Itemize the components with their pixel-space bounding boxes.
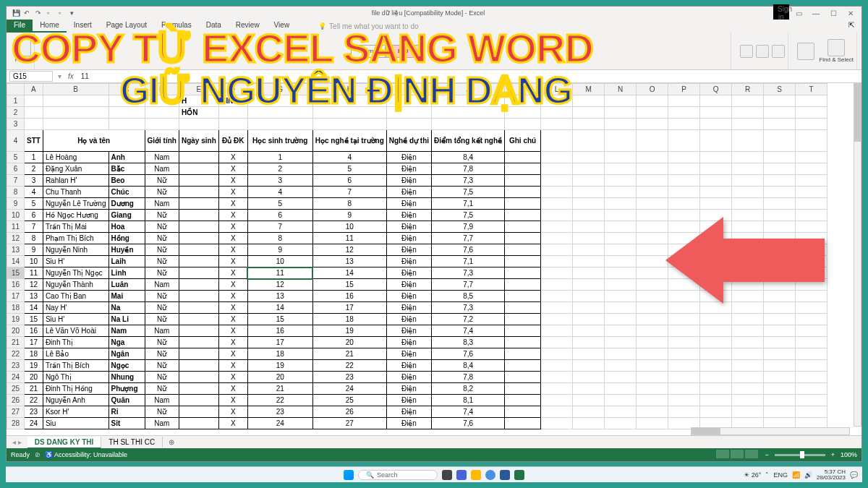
- data-cell[interactable]: 16: [312, 291, 386, 302]
- data-cell[interactable]: X: [218, 163, 247, 175]
- cell[interactable]: [605, 221, 637, 233]
- cell[interactable]: [764, 291, 796, 302]
- cell[interactable]: [637, 267, 668, 279]
- cell[interactable]: [573, 107, 605, 119]
- cell[interactable]: [796, 291, 827, 302]
- cell[interactable]: [541, 221, 573, 233]
- cell[interactable]: [605, 119, 637, 130]
- col-header[interactable]: Q: [700, 84, 732, 95]
- cell[interactable]: [637, 348, 668, 360]
- data-cell[interactable]: 4: [312, 152, 386, 163]
- cell[interactable]: [796, 267, 827, 279]
- cell[interactable]: [764, 267, 796, 279]
- data-cell[interactable]: 20: [312, 337, 386, 348]
- name-box[interactable]: G15: [9, 71, 53, 82]
- cell[interactable]: [700, 267, 732, 279]
- cell[interactable]: [732, 130, 764, 152]
- data-cell[interactable]: [505, 210, 541, 221]
- notification-icon[interactable]: 💬: [850, 471, 858, 479]
- cell[interactable]: [432, 95, 505, 107]
- cell[interactable]: [700, 244, 732, 256]
- data-cell[interactable]: Nữ: [145, 406, 179, 418]
- data-cell[interactable]: 7,6: [432, 418, 505, 429]
- data-cell[interactable]: 3: [25, 175, 43, 187]
- data-cell[interactable]: 18: [247, 348, 312, 360]
- data-cell[interactable]: 6: [25, 210, 43, 221]
- data-cell[interactable]: 25: [312, 395, 386, 406]
- cell[interactable]: [109, 119, 145, 130]
- data-cell[interactable]: 13: [25, 291, 43, 302]
- data-cell[interactable]: Điện: [386, 325, 431, 337]
- data-cell[interactable]: Nga: [109, 337, 145, 348]
- cell[interactable]: [732, 187, 764, 198]
- data-cell[interactable]: 1: [25, 152, 43, 163]
- tell-me-search[interactable]: Tell me what you want to do: [318, 20, 418, 33]
- cell[interactable]: [764, 372, 796, 383]
- row-header[interactable]: 10: [7, 210, 25, 221]
- cell[interactable]: [764, 360, 796, 372]
- cell[interactable]: [605, 360, 637, 372]
- fx-icon[interactable]: fx: [64, 72, 78, 80]
- cell[interactable]: [605, 406, 637, 418]
- data-cell[interactable]: Giang: [109, 210, 145, 221]
- cell[interactable]: [541, 406, 573, 418]
- cell[interactable]: [145, 95, 179, 107]
- data-cell[interactable]: Beo: [109, 175, 145, 187]
- data-cell[interactable]: X: [218, 198, 247, 210]
- cell[interactable]: [732, 348, 764, 360]
- row-header[interactable]: 23: [7, 360, 25, 372]
- cell[interactable]: [700, 130, 732, 152]
- cell[interactable]: [796, 95, 827, 107]
- row-header[interactable]: 21: [7, 337, 25, 348]
- data-cell[interactable]: Nam: [145, 152, 179, 163]
- data-cell[interactable]: [179, 302, 218, 314]
- cell[interactable]: [573, 130, 605, 152]
- data-cell[interactable]: Nữ: [145, 360, 179, 372]
- cell[interactable]: [541, 244, 573, 256]
- data-cell[interactable]: [505, 291, 541, 302]
- cell[interactable]: [796, 233, 827, 244]
- data-cell[interactable]: 15: [25, 314, 43, 325]
- qat-icon[interactable]: ▫: [47, 9, 54, 17]
- data-cell[interactable]: [505, 418, 541, 429]
- col-header[interactable]: C: [109, 84, 145, 95]
- data-cell[interactable]: 7,6: [432, 244, 505, 256]
- row-header[interactable]: 1: [7, 95, 25, 107]
- data-cell[interactable]: Chu Thanh: [43, 187, 109, 198]
- delete-button[interactable]: [756, 45, 769, 58]
- cell[interactable]: [637, 107, 668, 119]
- cell[interactable]: [541, 325, 573, 337]
- data-cell[interactable]: Nữ: [145, 302, 179, 314]
- data-cell[interactable]: [179, 267, 218, 279]
- data-cell[interactable]: Cao Thị Ban: [43, 291, 109, 302]
- data-cell[interactable]: Điện: [386, 372, 431, 383]
- cell[interactable]: [573, 198, 605, 210]
- cell[interactable]: [605, 348, 637, 360]
- data-cell[interactable]: 24: [25, 418, 43, 429]
- cell[interactable]: [605, 187, 637, 198]
- cell[interactable]: [605, 244, 637, 256]
- cell[interactable]: [732, 406, 764, 418]
- tab-review[interactable]: Review: [229, 20, 267, 33]
- add-sheet-icon[interactable]: ⊕: [163, 438, 180, 446]
- cell[interactable]: [732, 279, 764, 291]
- cell[interactable]: [764, 348, 796, 360]
- col-header[interactable]: P: [668, 84, 700, 95]
- cell[interactable]: [668, 406, 700, 418]
- data-cell[interactable]: Điện: [386, 152, 431, 163]
- cell[interactable]: [573, 95, 605, 107]
- cell[interactable]: [732, 119, 764, 130]
- cell[interactable]: [764, 198, 796, 210]
- cell[interactable]: [605, 383, 637, 395]
- task-view-icon[interactable]: [442, 470, 452, 480]
- data-cell[interactable]: Điện: [386, 337, 431, 348]
- cell[interactable]: [732, 107, 764, 119]
- cell[interactable]: [764, 221, 796, 233]
- cell[interactable]: [668, 163, 700, 175]
- data-cell[interactable]: 7,8: [432, 372, 505, 383]
- data-cell[interactable]: Na Li: [109, 314, 145, 325]
- cell[interactable]: [541, 175, 573, 187]
- row-header[interactable]: 4: [7, 130, 25, 152]
- cell[interactable]: [541, 95, 573, 107]
- data-cell[interactable]: Nữ: [145, 383, 179, 395]
